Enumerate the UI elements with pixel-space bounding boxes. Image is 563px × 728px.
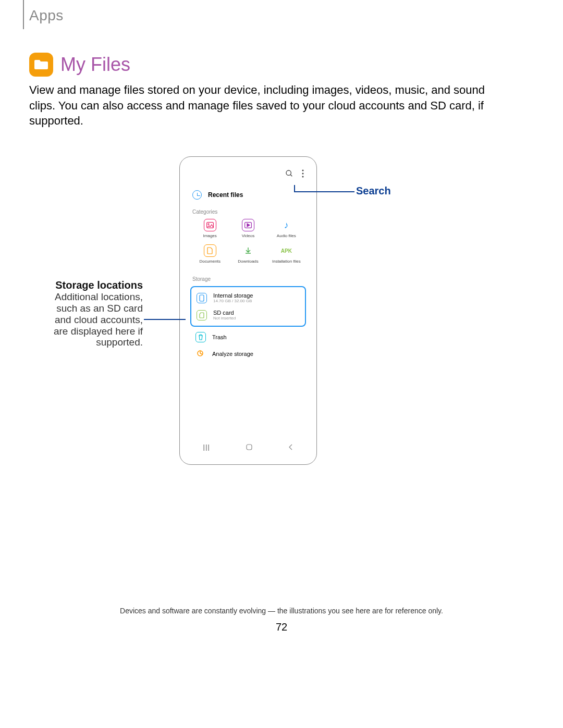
- category-audio[interactable]: ♪ Audio files: [269, 219, 304, 238]
- callout-connector: [294, 185, 295, 191]
- category-documents[interactable]: Documents: [192, 244, 227, 264]
- storage-subtitle: Not inserted: [213, 316, 236, 320]
- svg-point-0: [286, 170, 291, 175]
- trash-icon: [195, 332, 206, 342]
- phone-top-bar: [185, 162, 311, 187]
- storage-title: Internal storage: [213, 292, 253, 299]
- page-number: 72: [0, 621, 563, 633]
- callout-connector: [294, 191, 354, 192]
- svg-line-1: [290, 175, 292, 176]
- audio-icon: ♪: [280, 219, 292, 231]
- categories-grid: Images Videos ♪ Audio files Document: [185, 217, 311, 270]
- storage-highlight-box: Internal storage 14.70 GB / 32.00 GB SD …: [190, 286, 306, 327]
- trash-item[interactable]: Trash: [185, 329, 311, 346]
- callout-storage: Storage locations Additional locations, …: [39, 279, 143, 348]
- category-downloads[interactable]: Downloads: [230, 244, 265, 264]
- storage-subtitle: 14.70 GB / 32.00 GB: [213, 299, 253, 303]
- internal-storage-item[interactable]: Internal storage 14.70 GB / 32.00 GB: [191, 289, 305, 306]
- svg-point-4: [302, 176, 304, 178]
- nav-back-icon[interactable]: [288, 443, 293, 453]
- category-label: Documents: [199, 259, 220, 264]
- category-label: Audio files: [277, 233, 296, 238]
- phone-illustration: Recent files Categories Images Videos: [179, 156, 317, 465]
- category-installation[interactable]: APK Installation files: [269, 244, 304, 264]
- more-options-icon[interactable]: [302, 169, 304, 180]
- category-images[interactable]: Images: [192, 219, 227, 238]
- breadcrumb: Apps: [29, 7, 64, 24]
- nav-home-icon[interactable]: [246, 443, 253, 453]
- category-label: Images: [203, 233, 217, 238]
- analyze-storage-item[interactable]: Analyze storage: [185, 346, 311, 362]
- footer-note: Devices and software are constantly evol…: [0, 607, 563, 615]
- videos-icon: [242, 219, 254, 231]
- svg-point-6: [208, 224, 209, 225]
- svg-rect-10: [247, 445, 252, 450]
- my-files-app-icon: [29, 53, 53, 77]
- trash-label: Trash: [212, 334, 227, 340]
- nav-recents-icon[interactable]: III: [203, 443, 210, 453]
- category-label: Installation files: [272, 259, 301, 264]
- callout-storage-text: Additional locations, such as an SD card…: [39, 291, 143, 348]
- callout-connector: [144, 319, 186, 320]
- sd-card-item[interactable]: SD card Not inserted: [191, 306, 305, 324]
- sd-card-icon: [197, 310, 207, 320]
- documents-icon: [204, 244, 216, 257]
- svg-rect-8: [200, 295, 204, 301]
- recent-files-label: Recent files: [208, 191, 243, 199]
- downloads-icon: [242, 244, 254, 257]
- callout-search-label: Search: [356, 185, 391, 197]
- svg-point-2: [302, 170, 304, 171]
- phone-storage-icon: [197, 293, 207, 303]
- search-icon[interactable]: [285, 169, 293, 180]
- category-label: Downloads: [238, 259, 259, 264]
- description-paragraph: View and manage files stored on your dev…: [29, 82, 488, 129]
- apk-icon: APK: [280, 244, 292, 257]
- android-nav-bar: III: [185, 440, 311, 456]
- category-videos[interactable]: Videos: [230, 219, 265, 238]
- recent-files-row[interactable]: Recent files: [185, 187, 311, 203]
- page-title: My Files: [60, 54, 130, 76]
- category-label: Videos: [242, 233, 254, 238]
- storage-header: Storage: [185, 270, 311, 284]
- svg-point-3: [302, 173, 304, 175]
- analyze-icon: [195, 349, 206, 359]
- analyze-label: Analyze storage: [212, 351, 253, 357]
- callout-storage-title: Storage locations: [39, 279, 143, 291]
- categories-header: Categories: [185, 203, 311, 217]
- images-icon: [204, 219, 216, 231]
- storage-title: SD card: [213, 310, 236, 316]
- title-row: My Files: [29, 53, 130, 77]
- tab-indicator: [23, 0, 24, 29]
- clock-icon: [192, 190, 202, 200]
